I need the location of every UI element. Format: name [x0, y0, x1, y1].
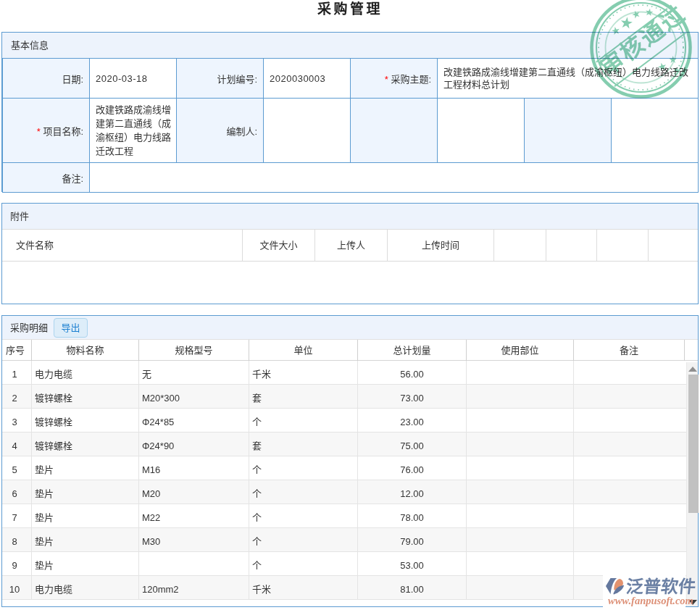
svg-text:泛普软件: 泛普软件: [625, 577, 697, 596]
svg-text:www.fanpusoft.com: www.fanpusoft.com: [608, 595, 693, 606]
